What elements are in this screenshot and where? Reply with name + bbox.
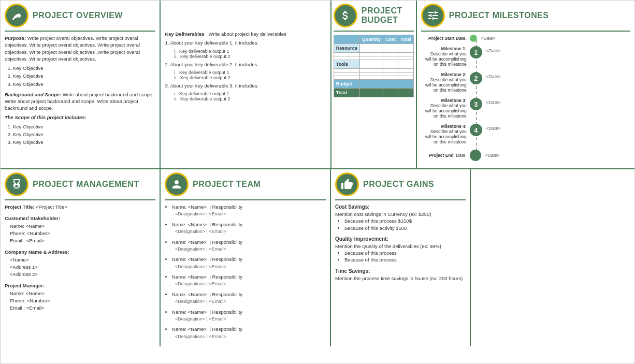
milestones-bottom (471, 169, 634, 346)
deliverables-header: Key Deliverables Write about project key… (165, 31, 326, 37)
ms-1-title: Milestone 1: (441, 46, 467, 51)
budget-col-empty (334, 35, 359, 44)
ms-1-text: Milestone 1: Describe what you will be a… (423, 46, 470, 67)
budget-title: PROJECT BUDGET (362, 6, 414, 25)
ms-start-date: <Date> (481, 36, 496, 41)
background-text: Background and Scope: Write about projec… (5, 91, 155, 112)
ms-3-date: <Date> (486, 100, 501, 105)
cost-savings-label: Cost Savings: (335, 203, 466, 211)
scope-2: Key Objective (13, 130, 155, 138)
ms-2-dot: 2 (470, 72, 482, 84)
team-divider (165, 199, 326, 200)
team-member-1: Name: <Name> | Responsibility <Designati… (165, 203, 326, 218)
cust-name-label: Name: (10, 223, 24, 229)
del-3-sub-i: i. Key deliverable output 1 (174, 91, 326, 96)
team-m4-name: Name: <Name> | Responsibility (172, 256, 326, 263)
budget-col-qty: Quantity (359, 35, 383, 44)
overview-title: PROJECT OVERVIEW (33, 11, 123, 20)
ms-end-body: Date. (456, 153, 466, 158)
overview-area: PROJECT OVERVIEW Purpose: Write project … (1, 1, 161, 168)
team-m2-name: Name: <Name> | Responsibility (172, 221, 326, 228)
team-m7-name: Name: <Name> | Responsibility (172, 309, 326, 316)
company-addr1: <Address 1> (10, 264, 155, 271)
obj-2: Key Objective (13, 72, 155, 80)
cust-phone: Phone: <Number> (10, 230, 155, 237)
deliverable-1: 1. About your key deliverable 1. It incl… (165, 39, 326, 59)
ms-4-title: Milestone 4: (441, 124, 467, 129)
mgmt-area: PROJECT MANAGEMENT Project Title: <Proje… (1, 169, 161, 346)
ms-3-text: Milestone 3: Describe what you will be a… (423, 98, 470, 119)
cust-email-val: <Email> (26, 238, 45, 243)
total-label: Total (334, 89, 359, 97)
mgr-email-val: <Email> (26, 305, 45, 311)
team-m5-designation: <Designation> | <Email> (175, 281, 326, 288)
ms-1-body: Describe what you will be accomplishing … (425, 51, 467, 67)
cust-name-val: <Name> (26, 223, 45, 229)
team-member-6: Name: <Name> | Responsibility <Designati… (165, 291, 326, 305)
mgmt-title: PROJECT MANAGEMENT (33, 180, 139, 189)
team-member-2: Name: <Name> | Responsibility <Designati… (165, 221, 326, 236)
scope-3: Key Objective (13, 138, 155, 146)
ms-2-title: Milestone 2: (441, 72, 467, 77)
bottom-section: PROJECT MANAGEMENT Project Title: <Proje… (1, 169, 634, 346)
milestones-divider (421, 31, 630, 32)
quality-bullet-1: Because of this process (344, 250, 466, 256)
ms-3-title: Milestone 3: (441, 98, 467, 103)
ms-4-body: Describe what you will be accomplishing … (425, 129, 467, 144)
time-savings-label: Time Savings: (335, 268, 466, 275)
team-member-3: Name: <Name> | Responsibility <Designati… (165, 239, 326, 253)
cust-email: Email : <Email> (10, 237, 155, 244)
project-title-val: <Project Title> (36, 204, 67, 210)
ms-1-date: <Date> (486, 48, 501, 53)
mgr-phone-val: <Number> (27, 298, 50, 303)
ms-4-date: <Date> (486, 126, 501, 131)
budget-row-resource: Resource (334, 44, 413, 53)
budget-col-cost: Cost (383, 35, 398, 44)
company-name: <Name> (10, 256, 155, 264)
milestone-timeline: Project Start Date. <Date> Milestone 1: … (421, 35, 630, 161)
del-1-title: 1. About your key deliverable 1. It incl… (165, 39, 326, 46)
gains-icon-circle (335, 172, 359, 196)
del-2-sub-i: i. Key deliverable output 1 (174, 70, 326, 75)
deliverables-intro: Write about project key deliverables (208, 31, 286, 37)
page: PROJECT OVERVIEW Purpose: Write project … (0, 0, 635, 364)
budget-row-t1 (334, 69, 413, 72)
ms-start-dot (470, 35, 477, 42)
cost-savings-text: Mention cost savings in Currency (ex: $2… (335, 211, 466, 217)
ms-1-dot: 1 (470, 46, 482, 59)
milestones-title: PROJECT MILESTONES (449, 11, 549, 20)
milestones-header: PROJECT MILESTONES (421, 4, 630, 27)
del-1-sub-ii: ii. Key deliverable output 2 (174, 54, 326, 59)
gains-divider (335, 199, 466, 200)
del-1-num: 1. (165, 40, 169, 46)
company-label: Company Name & Address: (5, 249, 155, 256)
team-list: Name: <Name> | Responsibility <Designati… (165, 203, 326, 340)
dollar-icon (339, 9, 352, 22)
team-member-8: Name: <Name> | Responsibility <Designati… (165, 326, 326, 340)
ms-end-text: Project End Date. (423, 153, 470, 158)
ms-end-title: Project End (429, 153, 454, 158)
project-title-label: Project Title: (5, 204, 34, 210)
cust-phone-val: <Number> (27, 230, 50, 236)
budget-row-grand-total: Total (334, 89, 413, 97)
person-icon (170, 178, 183, 191)
resource-label: Resource (334, 44, 359, 53)
mgr-name: Name: <Name> (10, 290, 155, 297)
del-2-sub-ii: ii. Key deliverable output 2 (174, 75, 326, 80)
budget-icon-circle (334, 4, 357, 27)
team-m8-name: Name: <Name> | Responsibility (172, 326, 326, 333)
quality-text: Mention the Quality of the deliverables … (335, 243, 466, 250)
team-member-4: Name: <Name> | Responsibility <Designati… (165, 256, 326, 270)
main-layout: PROJECT OVERVIEW Purpose: Write project … (1, 1, 634, 363)
deliverables-label: Key Deliverables (165, 31, 204, 37)
milestones-area: PROJECT MILESTONES Project Start Date. <… (417, 1, 634, 168)
del-2-title: 2. About your key deliverable 2. It incl… (165, 61, 326, 68)
del-3-num: 3. (165, 83, 169, 89)
team-title: PROJECT TEAM (193, 180, 261, 189)
ms-3: Milestone 3: Describe what you will be a… (423, 98, 630, 119)
obj-1: Key Objective (13, 64, 155, 72)
background-label: Background and Scope: (5, 92, 61, 97)
time-savings-text: Mention the process time savings in hous… (335, 275, 466, 282)
mgmt-icon-circle (5, 172, 28, 196)
team-m4-designation: <Designation> | <Email> (175, 264, 326, 271)
